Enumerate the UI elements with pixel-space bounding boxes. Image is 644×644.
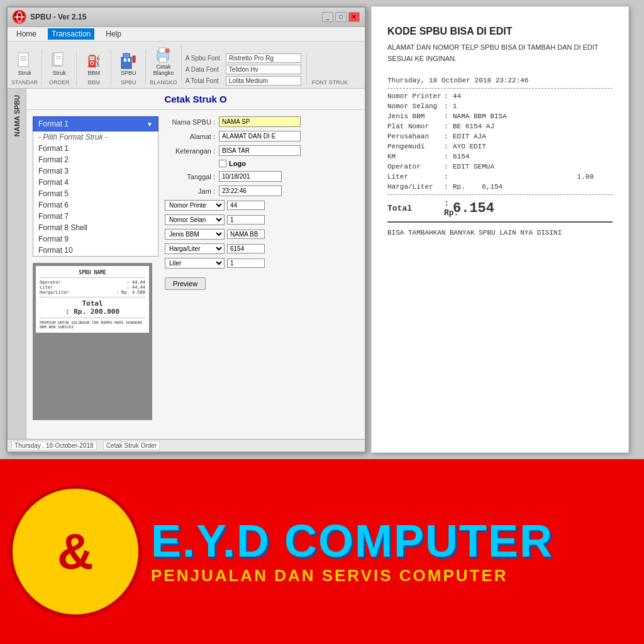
minimize-button[interactable]: _ [322, 12, 333, 22]
svg-rect-15 [133, 56, 135, 62]
field-value-2[interactable] [227, 230, 265, 239]
preview-row-harga: Harga/Liter : Rp. 4.580 [40, 290, 145, 295]
preview-button[interactable]: Preview [165, 277, 206, 290]
field-select-2[interactable]: Jenis BBM [165, 229, 225, 240]
window-controls[interactable]: _ □ ✕ [322, 12, 360, 22]
field-value-4[interactable] [227, 258, 265, 268]
font-row-data: A Data Font Telidon Hv [186, 65, 301, 74]
receipt-key-nomor-printer: Nomor Printer [387, 92, 444, 100]
titlebar: SPBU - Ver 2.15 _ □ ✕ [8, 8, 365, 27]
tanggal-input[interactable] [219, 171, 282, 182]
main-container: SPBU - Ver 2.15 _ □ ✕ Home Transaction H… [0, 0, 644, 644]
preview-title: SPBU NAME [40, 270, 145, 275]
toolbar-buttons-order: Struk [46, 50, 72, 78]
receipt-key-jenis-bbm: Jenis BBM [387, 113, 444, 120]
form-row-keterangan: Keterangan : [165, 145, 358, 156]
bbm-button[interactable]: ⛽ BBM [80, 50, 107, 78]
preview-row-liter: Liter : 44,44 [40, 285, 145, 290]
field-value-0[interactable] [227, 201, 265, 210]
struk-standar-icon [16, 52, 33, 70]
receipt-total-colon: : Rp. [444, 199, 453, 218]
preview-row-operator: Operator : 44,44 [40, 280, 145, 285]
dropdown-item-4[interactable]: Format 4 [33, 177, 158, 188]
dropdown-item-9[interactable]: Format 9 [33, 233, 158, 245]
dropdown-item-7[interactable]: Format 7 [33, 211, 158, 222]
preview-divider-1 [40, 277, 145, 278]
nama-spbu-input[interactable] [219, 116, 301, 127]
spbu-label: SPBU [121, 70, 136, 76]
bbm-label: BBM [88, 70, 101, 76]
status-date: Thursday , 18-October-2018 [11, 441, 97, 450]
receipt-key-plat-nomor: Plat Nomor [387, 123, 444, 130]
spbu-font-label: A Spbu Font [186, 55, 223, 62]
toolbar-group-bbm: ⛽ BBM BBM [80, 50, 111, 86]
toolbar-group-blangko: Cetak Blangko BLANGKO [150, 44, 182, 86]
receipt-val-km: 6154 [453, 153, 613, 160]
alamat-input[interactable] [219, 131, 301, 142]
dropdown-item-6[interactable]: Format 6 [33, 199, 158, 211]
field-select-4[interactable]: Liter [165, 258, 225, 269]
maximize-button[interactable]: □ [335, 12, 347, 22]
receipt-row-nomor-selang: Nomor Selang : 1 [387, 103, 613, 110]
sidebar-label: NAMA SPBU [13, 95, 21, 136]
print-preview-content: SPBU NAME Operator : 44,44 Liter : 44,44 [36, 266, 149, 333]
receipt-key-liter: Liter [387, 173, 444, 180]
preview-harga-val: : Rp. 4.580 [116, 290, 145, 295]
receipt-datetime: Thursday, 18 October 2018 23:22:46 [387, 77, 613, 84]
banner-left-paren: (( [21, 523, 59, 580]
menu-transaction[interactable]: Transaction [48, 28, 94, 40]
toolbar-buttons-bbm: ⛽ BBM [80, 50, 107, 78]
banner-tagline: PENJUALAN DAN SERVIS COMPUTER [151, 566, 553, 586]
receipt-row-liter: Liter : 1.00 [387, 173, 613, 180]
dropdown-item-8-shell[interactable]: Format 8 Shell [33, 222, 158, 233]
total-font-label: A Total Font [186, 77, 223, 84]
jam-input[interactable] [219, 186, 282, 196]
field-value-1[interactable] [227, 215, 265, 225]
receipt-row-operator: Operator : EDIT SEMUA [387, 163, 613, 170]
field-select-3[interactable]: Harga/Liter [165, 243, 225, 254]
struk-order-label: Struk [53, 70, 66, 76]
status-mode: Cetak Struk Order [103, 441, 160, 450]
receipt-key-operator: Operator [387, 163, 444, 170]
struk-standar-button[interactable]: Struk [11, 50, 38, 78]
receipt-key-harga: Harga/Liter [387, 183, 444, 191]
keterangan-input[interactable] [219, 145, 301, 156]
svg-rect-14 [128, 58, 130, 62]
close-button[interactable]: ✕ [348, 12, 360, 22]
dropdown-item-1[interactable]: Format 1 [33, 143, 158, 154]
logo-label: Logo [229, 160, 246, 167]
tanggal-label: Tanggal : [165, 173, 215, 180]
font-struk-label: FONT STRUK [309, 79, 348, 86]
cetak-blangko-button[interactable]: Cetak Blangko [150, 44, 177, 78]
app-body: NAMA SPBU Cetak Struk O Format 1 ▼ [8, 89, 365, 439]
bbm-icon: ⛽ [85, 52, 103, 70]
receipt-total-row: Total : Rp. 6.154 [387, 199, 613, 218]
dropdown-item-10[interactable]: Format 10 [33, 245, 158, 256]
format-dropdown-selected[interactable]: Format 1 ▼ [33, 116, 158, 131]
dropdown-item-header[interactable]: - Pilih Format Struk - [33, 131, 158, 143]
data-font-label: A Data Font [186, 66, 223, 73]
field-select-1[interactable]: Nomor Selan [165, 214, 225, 225]
banner-text-area: E.Y.D COMPUTER PENJUALAN DAN SERVIS COMP… [151, 518, 553, 586]
struk-order-button[interactable]: Struk [46, 50, 72, 78]
receipt-colon-10: : [444, 183, 453, 191]
field-row-0: Nomor Printe [165, 200, 358, 211]
spbu-button[interactable]: SPBU [115, 50, 142, 78]
preview-liter-val: : 44,44 [126, 285, 145, 290]
toolbar: Struk STANDAR [8, 42, 365, 89]
status-bar: Thursday , 18-October-2018 Cetak Struk O… [8, 439, 365, 452]
form-row-logo: Logo [165, 160, 358, 167]
field-select-0[interactable]: Nomor Printe [165, 200, 225, 211]
struk-standar-label: Struk [18, 70, 31, 76]
dropdown-item-2[interactable]: Format 2 [33, 154, 158, 165]
app-title: SPBU - Ver 2.15 [30, 13, 86, 21]
menu-home[interactable]: Home [13, 28, 40, 40]
dropdown-item-5[interactable]: Format 5 [33, 188, 158, 199]
logo-checkbox[interactable] [219, 160, 226, 167]
total-font-value: Lolita Medium [226, 76, 301, 86]
dropdown-item-3[interactable]: Format 3 [33, 165, 158, 177]
data-font-value: Telidon Hv [226, 65, 301, 74]
field-value-3[interactable] [227, 244, 265, 253]
menu-help[interactable]: Help [102, 28, 125, 40]
form-row-tanggal: Tanggal : [165, 171, 358, 182]
